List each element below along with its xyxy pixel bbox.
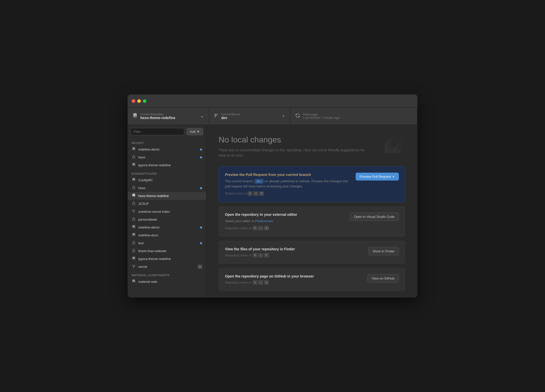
no-changes-header: No local changes There are no uncommitte… [219,135,405,158]
show-finder-label: Show in Finder [372,249,395,253]
branch-icon [214,113,218,119]
lock-icon [132,217,136,222]
shortcut-key-f: F [264,253,269,257]
shortcut-key-cmd: ⌘ [248,191,252,196]
current-repo-section[interactable]: Current Repository hexo-theme-redefine ▲ [128,108,209,125]
sidebar-item-typora-evan[interactable]: typora-theme-redefine [128,255,206,263]
preview-pull-request-button[interactable]: Preview Pull Request ▼ [356,173,399,181]
sidebar-item-name: typora-theme-redefine [138,257,202,261]
show-finder-card: View the files of your repository in Fin… [219,241,405,264]
no-changes-text: No local changes There are no uncommitte… [219,135,380,158]
sidebar-item-test[interactable]: test [128,239,206,247]
sidebar-item-jcsuf[interactable]: JCSUF [128,200,206,208]
download-badge: ↓ [198,265,202,269]
sidebar-item-name: onedrive-vercel-index [138,210,202,214]
sidebar-item-cooflymc[interactable]: CooflyMC [128,176,206,184]
sidebar-item-name: personalweb [138,218,202,221]
close-button[interactable] [132,99,135,103]
sidebar-item-typora-recent[interactable]: typora-theme-redefine [128,161,206,169]
open-vscode-label: Open in Visual Studio Code [354,215,395,219]
sidebar-item-name: hexo [138,155,198,159]
branch-label: Current Branch [221,113,240,116]
fetch-sublabel: Last fetched 7 minutes ago [303,116,340,120]
current-repo-text: Current Repository hexo-theme-redefine [140,113,175,120]
filter-input[interactable] [131,128,184,135]
unsynced-indicator [200,187,202,189]
lock-icon [132,155,136,159]
sidebar-item-onedrive[interactable]: onedrive-vercel-index [128,208,206,216]
preview-pr-desc: The current branch (dev) is already publ… [225,179,352,189]
open-editor-title: Open the repository in your external edi… [225,213,346,217]
lock-icon [132,249,136,253]
show-finder-title: View the files of your repository in Fin… [225,247,364,251]
sidebar-item-material-web[interactable]: material-web [128,278,206,286]
current-branch-text: Current Branch dev [221,113,240,120]
branch-chevron-icon: ▼ [282,115,285,118]
repo-name: hexo-theme-redefine [140,116,175,120]
preview-pr-content: Preview the Pull Request from your curre… [225,173,352,196]
sidebar-item-redefine-docs[interactable]: redefine-docs [128,231,206,239]
sidebar: Add ▼ Recent redefine-demo [128,125,206,298]
sidebar-item-thanh-thao[interactable]: thanh-thao-website [128,247,206,255]
open-editor-desc: Select your editor in Preferences [225,219,346,224]
repo-icon [133,113,137,119]
content-area: No local changes There are no uncommitte… [206,125,417,298]
open-editor-action: Open in Visual Studio Code [350,213,399,221]
shortcut-key-p: P [259,191,264,196]
sidebar-item-name: material-web [138,280,202,284]
sidebar-item-name: vercel [138,265,195,269]
view-github-content: Open the repository page on GitHub in yo… [225,274,363,285]
sidebar-item-name: redefine-docs [138,233,202,237]
view-github-header: Open the repository page on GitHub in yo… [225,274,399,285]
app-window: Current Repository hexo-theme-redefine ▲… [128,94,417,298]
material-group-label: material-components [128,271,206,278]
open-editor-shortcut: Repository menu or ⌘ ⇧ A [225,226,346,230]
lock-icon [132,202,136,206]
preferences-link[interactable]: Preferences [255,219,273,223]
sidebar-item-vercel[interactable]: vercel ↓ [128,263,206,271]
current-branch-section[interactable]: Current Branch dev ▼ [209,108,290,125]
repo-icon [132,194,136,198]
sidebar-item-redefine-demo-evan[interactable]: redefine-demo [128,223,206,231]
sidebar-item-name: redefine-demo [138,225,198,229]
sidebar-item-name: redefine-demo [138,148,198,151]
show-finder-shortcut: Repository menu or ⌘ ⇧ F [225,253,364,257]
toolbar: Current Repository hexo-theme-redefine ▲… [128,108,417,125]
view-on-github-button[interactable]: View on GitHub [367,274,399,283]
sidebar-item-hexo-theme-redefine[interactable]: hexo-theme-redefine [128,192,206,200]
shortcut-key-shift: ⇧ [258,253,263,257]
shortcut-key-cmd: ⌘ [253,226,258,230]
preview-pr-label: Preview Pull Request [360,175,391,178]
preview-pr-card-header: Preview the Pull Request from your curre… [225,173,399,196]
sidebar-item-name: hexo [138,186,198,190]
repo-icon [132,147,136,152]
refresh-icon [295,113,300,119]
open-editor-header: Open the repository in your external edi… [225,213,399,231]
add-button[interactable]: Add ▼ [186,128,203,135]
repo-icon [132,225,136,230]
sidebar-item-hexo-evan[interactable]: hexo [128,184,206,192]
sidebar-item-name: CooflyMC [138,178,202,182]
no-changes-title: No local changes [219,135,380,144]
sidebar-item-redefine-demo-recent[interactable]: redefine-demo [128,145,206,153]
sidebar-item-name: typora-theme-redefine [138,163,202,167]
sidebar-list: Recent redefine-demo hexo [128,138,206,298]
preview-pr-title: Preview the Pull Request from your curre… [225,173,352,177]
sidebar-item-name: test [138,241,198,245]
show-in-finder-button[interactable]: Show in Finder [368,247,399,255]
dropdown-arrow-icon: ▼ [392,175,395,178]
sidebar-item-hexo-recent[interactable]: hexo [128,153,206,161]
minimize-button[interactable] [137,99,141,103]
view-github-title: Open the repository page on GitHub in yo… [225,274,363,278]
lock-icon [132,186,136,190]
open-in-vscode-button[interactable]: Open in Visual Studio Code [350,213,399,221]
maximize-button[interactable] [143,99,146,103]
add-chevron-icon: ▼ [196,130,200,134]
view-github-action: View on GitHub [367,274,399,283]
fetch-section[interactable]: Fetch origin Last fetched 7 minutes ago [290,108,417,125]
unsynced-indicator [200,226,202,228]
repo-label: Current Repository [140,113,175,116]
sidebar-item-personalweb[interactable]: personalweb [128,216,206,223]
view-github-shortcut: Repository menu or ⌘ ⇧ G [225,280,363,285]
unsynced-indicator [200,156,202,158]
